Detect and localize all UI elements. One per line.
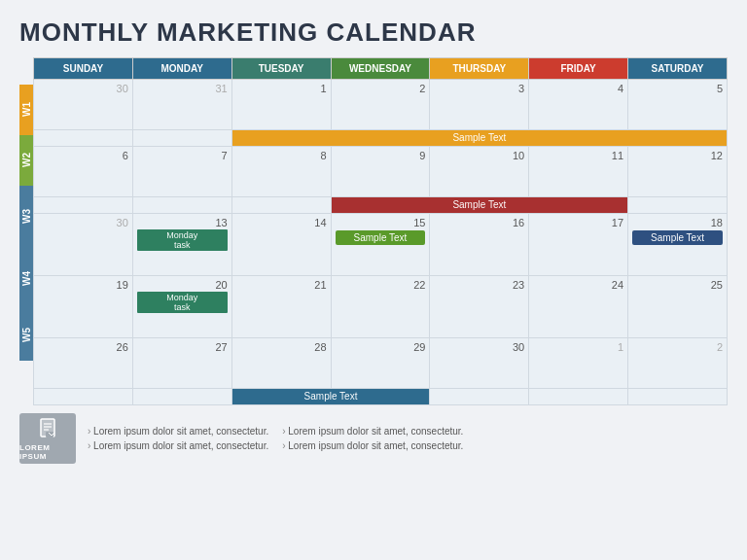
week-row-w3: 3013Monday task1415Sample Text161718Samp… xyxy=(34,214,728,276)
monday-task-label: Monday task xyxy=(137,229,228,251)
day-cell: 11 xyxy=(529,147,628,197)
day-cell: 25 xyxy=(628,276,728,338)
day-number: 12 xyxy=(632,150,723,161)
footer-row: Lorem ipsum dolor sit amet, consectetur.… xyxy=(88,440,463,451)
event-spacer-cell xyxy=(430,389,529,405)
footer-icon-box: LOREM IPSUM xyxy=(19,413,76,464)
event-spacer-cell: Sample Text xyxy=(231,130,727,147)
day-number: 25 xyxy=(632,279,723,291)
day-cell: 12 xyxy=(628,147,728,197)
day-cell: 13Monday task xyxy=(132,214,231,276)
week-row-w4: 1920Monday task2122232425 xyxy=(34,276,728,338)
day-cell: 19 xyxy=(34,276,133,338)
week-row-w1: 303112345 xyxy=(34,80,728,130)
day-cell: 20Monday task xyxy=(132,276,231,338)
day-cell: 22 xyxy=(331,276,430,338)
day-number: 16 xyxy=(434,217,524,228)
day-number: 11 xyxy=(533,150,623,161)
day-number: 1 xyxy=(236,83,327,94)
week-label-w5: W5 xyxy=(19,310,33,361)
header-day-thursday: THURSDAY xyxy=(430,58,529,80)
week-label-w2: W2 xyxy=(19,135,33,186)
day-cell: 30 xyxy=(34,214,133,276)
day-cell: 26 xyxy=(34,338,133,389)
day-cell: 16 xyxy=(430,214,529,276)
footer-row: Lorem ipsum dolor sit amet, consectetur.… xyxy=(88,426,463,437)
event-spacer-cell xyxy=(628,389,728,405)
event-spacer-cell: Sample Text xyxy=(231,389,430,405)
event-spacer-cell xyxy=(132,197,231,214)
event-spacer-cell xyxy=(231,197,331,214)
day-number: 2 xyxy=(632,341,723,353)
event-row: Sample Text xyxy=(34,389,728,405)
day-cell: 14 xyxy=(231,214,331,276)
event-bar: Sample Text xyxy=(632,230,723,245)
day-number: 13 xyxy=(137,217,228,228)
event-row: Sample Text xyxy=(34,197,728,214)
footer-texts: Lorem ipsum dolor sit amet, consectetur.… xyxy=(88,426,463,451)
header-day-friday: FRIDAY xyxy=(529,58,628,80)
day-cell: 4 xyxy=(529,80,628,130)
event-spacer-cell xyxy=(34,389,133,405)
footer-icon-label: LOREM IPSUM xyxy=(19,443,76,461)
day-number: 18 xyxy=(632,217,723,228)
footer-text-item: Lorem ipsum dolor sit amet, consectetur. xyxy=(88,426,268,437)
day-cell: 1 xyxy=(529,338,628,389)
day-cell: 2 xyxy=(331,80,430,130)
day-number: 30 xyxy=(434,341,524,353)
day-number: 20 xyxy=(137,279,228,291)
day-number: 31 xyxy=(137,83,228,94)
day-number: 29 xyxy=(336,341,426,353)
day-number: 26 xyxy=(38,341,128,353)
day-number: 14 xyxy=(236,217,327,228)
day-number: 15 xyxy=(336,217,426,228)
event-bar: Sample Text xyxy=(336,230,426,245)
footer-text-item: Lorem ipsum dolor sit amet, consectetur. xyxy=(282,426,463,437)
monday-task-label: Monday task xyxy=(137,292,228,313)
day-number: 23 xyxy=(434,279,524,291)
page-container: MONTHLY MARKETING CALENDAR W1W2W3W4W5 SU… xyxy=(0,0,747,560)
day-cell: 10 xyxy=(430,147,529,197)
week-labels-column: W1W2W3W4W5 xyxy=(19,85,33,405)
footer-section: LOREM IPSUM Lorem ipsum dolor sit amet, … xyxy=(19,413,728,464)
week-label-w1: W1 xyxy=(19,85,33,135)
day-cell: 3 xyxy=(430,80,529,130)
day-cell: 30 xyxy=(430,338,529,389)
day-cell: 6 xyxy=(34,147,133,197)
event-spacer-cell: Sample Text xyxy=(331,197,628,214)
event-spacer-cell xyxy=(132,389,231,405)
day-cell: 15Sample Text xyxy=(331,214,430,276)
event-spacer-cell xyxy=(529,389,628,405)
week-label-w4: W4 xyxy=(19,248,33,310)
day-cell: 24 xyxy=(529,276,628,338)
day-cell: 21 xyxy=(231,276,331,338)
day-cell: 2 xyxy=(628,338,728,389)
header-day-tuesday: TUESDAY xyxy=(231,58,331,80)
day-number: 2 xyxy=(336,83,426,94)
header-day-wednesday: WEDNESDAY xyxy=(331,58,430,80)
day-cell: 7 xyxy=(132,147,231,197)
day-number: 8 xyxy=(236,150,327,161)
day-number: 28 xyxy=(236,341,327,353)
page-title: MONTHLY MARKETING CALENDAR xyxy=(19,18,728,48)
day-cell: 30 xyxy=(34,80,133,130)
day-cell: 5 xyxy=(628,80,728,130)
day-cell: 23 xyxy=(430,276,529,338)
day-number: 17 xyxy=(533,217,623,228)
day-cell: 28 xyxy=(231,338,331,389)
day-number: 22 xyxy=(336,279,426,291)
calendar-header: SUNDAYMONDAYTUESDAYWEDNESDAYTHURSDAYFRID… xyxy=(34,58,728,80)
event-spacer-cell xyxy=(34,197,133,214)
week-row-w5: 262728293012 xyxy=(34,338,728,389)
day-number: 30 xyxy=(38,83,128,94)
week-label-w3: W3 xyxy=(19,186,33,248)
event-bar-span: Sample Text xyxy=(232,389,430,404)
day-cell: 8 xyxy=(231,147,331,197)
day-number: 9 xyxy=(336,150,426,161)
day-cell: 31 xyxy=(132,80,231,130)
day-number: 1 xyxy=(533,341,623,353)
event-spacer-cell xyxy=(628,197,728,214)
day-number: 30 xyxy=(38,217,128,228)
day-number: 3 xyxy=(434,83,524,94)
day-cell: 29 xyxy=(331,338,430,389)
